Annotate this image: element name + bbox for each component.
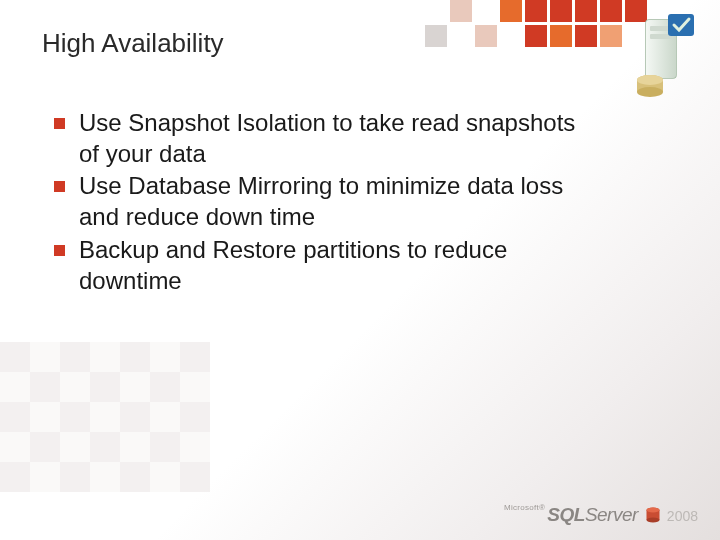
database-icon [646,507,660,523]
svg-point-11 [646,517,659,522]
logo-product-sql: SQL [547,504,585,525]
slide: High Availability Use Snapshot Isolation… [0,0,720,540]
list-item: Use Database Mirroring to minimize data … [54,171,590,232]
bullet-square-icon [54,181,65,192]
svg-point-7 [637,87,663,97]
bullet-text: Use Snapshot Isolation to take read snap… [79,108,590,169]
svg-point-8 [637,75,663,85]
logo-year: 2008 [667,508,698,524]
logo-brand-small: Microsoft® [504,503,545,512]
svg-point-12 [646,507,659,512]
logo-product-server: Server [585,504,638,525]
list-item: Backup and Restore partitions to reduce … [54,235,590,296]
list-item: Use Snapshot Isolation to take read snap… [54,108,590,169]
slide-title: High Availability [42,28,224,59]
server-icon [630,10,700,100]
decorative-mosaic [425,0,655,60]
bullet-list: Use Snapshot Isolation to take read snap… [54,108,590,298]
decorative-checker [0,342,210,492]
bullet-text: Backup and Restore partitions to reduce … [79,235,590,296]
logo-product: SQLServer [547,504,638,526]
bullet-square-icon [54,245,65,256]
svg-rect-4 [668,14,694,36]
sql-server-logo: Microsoft® SQLServer 2008 [504,503,698,526]
bullet-square-icon [54,118,65,129]
bullet-text: Use Database Mirroring to minimize data … [79,171,590,232]
